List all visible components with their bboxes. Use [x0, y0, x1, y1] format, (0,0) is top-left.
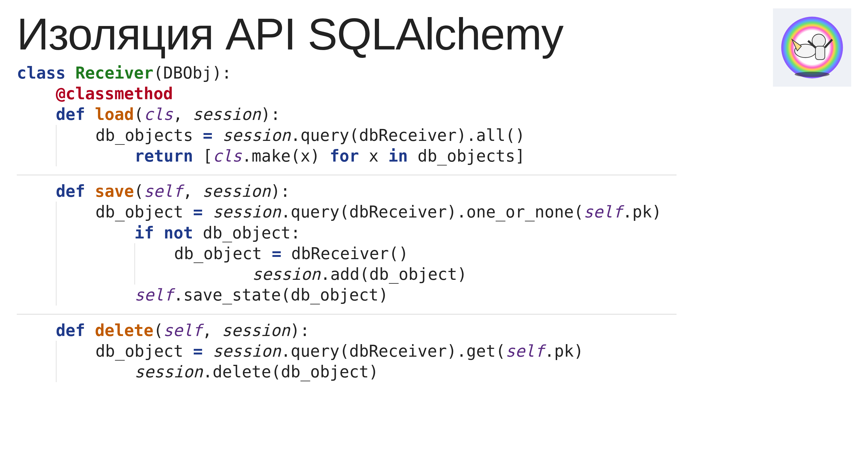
decorator: @classmethod [56, 84, 173, 103]
class-name: Receiver [75, 63, 153, 83]
separator [17, 314, 677, 314]
separator [17, 175, 677, 175]
slide-title: Изоляция API SQLAlchemy [17, 8, 851, 60]
fn-delete: delete [95, 321, 153, 340]
unicorn-astronaut-icon [779, 14, 846, 81]
keyword-if: if [134, 223, 154, 242]
fn-load: load [95, 105, 134, 124]
logo-badge [773, 8, 851, 87]
svg-point-6 [795, 71, 830, 77]
code-block: class Receiver(DBObj): @classmethod def … [17, 63, 851, 166]
class-base: (DBObj): [153, 63, 231, 83]
keyword-class: class [17, 63, 66, 83]
keyword-in: in [388, 147, 408, 165]
keyword-for: for [330, 147, 359, 165]
param-self: self [144, 182, 183, 201]
keyword-def: def [56, 105, 85, 124]
keyword-return: return [134, 147, 193, 165]
code-block-save: def save(self, session): db_object = ses… [17, 181, 851, 305]
code-block-delete: def delete(self, session): db_object = s… [17, 320, 851, 382]
keyword-not: not [164, 223, 193, 242]
param-session: session [193, 105, 261, 124]
fn-save: save [95, 182, 134, 201]
param-cls: cls [144, 105, 173, 124]
svg-rect-3 [815, 46, 825, 60]
slide: Изоляция API SQLAlchemy class Receiver(D… [0, 0, 868, 466]
